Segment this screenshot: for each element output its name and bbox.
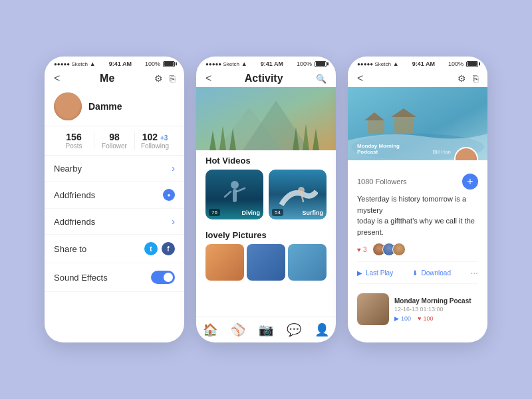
avatar: [54, 92, 82, 120]
podcast-heart-button[interactable]: ♥ 100: [418, 315, 433, 322]
search-icon-2[interactable]: 🔍: [316, 74, 327, 84]
picture-1[interactable]: [205, 244, 244, 281]
status-right-3: 100%: [448, 61, 478, 67]
follow-plus-button[interactable]: +: [462, 174, 478, 190]
podcast-heart-icon: ♥: [418, 315, 421, 322]
bottom-home-icon[interactable]: 🏠: [203, 323, 217, 337]
bottom-profile-icon[interactable]: 👤: [315, 323, 329, 337]
picture-2[interactable]: [247, 244, 285, 281]
sound-label: Sound Effects: [54, 273, 108, 283]
nav-bar-1: < Me ⚙ ⎘: [45, 70, 184, 88]
shareto-label: Share to: [54, 244, 86, 254]
status-right-1: 100%: [145, 61, 175, 67]
activity-hero: [196, 87, 336, 150]
status-time-2: 9:41 AM: [261, 61, 283, 67]
activity-title: Activity: [245, 72, 283, 84]
avatar-stack: [372, 243, 406, 256]
picture-3[interactable]: [288, 244, 327, 281]
podcast-play-button[interactable]: ▶ 100: [394, 315, 411, 322]
addfriends1-label: Addfriends: [54, 190, 95, 200]
follower-count: 98: [94, 132, 134, 142]
gear-icon-3[interactable]: ⚙: [458, 73, 466, 84]
followers-count: 1080 Followers: [357, 178, 407, 186]
svg-point-13: [298, 187, 305, 194]
posts-label: Posts: [54, 142, 94, 150]
hot-videos-title: Hot Videos: [196, 150, 336, 170]
download-icon: ⬇: [412, 269, 418, 277]
last-play-button[interactable]: ▶ Last Play: [357, 269, 393, 277]
hero-user-name: Bill Han: [432, 149, 451, 155]
back-button-2[interactable]: <: [205, 72, 211, 84]
battery-icon-2: [315, 61, 327, 67]
diver-svg: [221, 178, 248, 211]
play-icon: ▶: [357, 269, 362, 277]
menu-item-nearby[interactable]: Nearby ›: [45, 156, 184, 182]
nav-title-1: Me: [100, 72, 114, 84]
heart-count[interactable]: ♥ 3: [357, 246, 367, 253]
play-label: Last Play: [366, 269, 393, 277]
download-label: Download: [421, 269, 450, 277]
share-icon-3[interactable]: ⎘: [473, 73, 478, 84]
sound-toggle[interactable]: [151, 271, 175, 284]
status-time-1: 9:41 AM: [109, 61, 132, 67]
battery-icon-1: [163, 61, 175, 67]
menu-item-addfriends2[interactable]: Addfriends ›: [45, 209, 184, 235]
social-hero: Monday Morning Podcast Bill Han: [348, 87, 487, 160]
share-icon-1[interactable]: ⎘: [170, 73, 175, 84]
reactor-avatar-3: [392, 243, 406, 256]
status-carrier-2: ●●●●● Sketch ▲: [205, 61, 247, 67]
dive-label: Diving: [241, 209, 260, 216]
posts-count: 156: [54, 132, 94, 142]
status-bar-3: ●●●●● Sketch ▲ 9:41 AM 100%: [348, 57, 487, 70]
bottom-nav: 🏠 ⚾ 📷 💬 👤: [196, 317, 336, 342]
wifi-icon-2: ▲: [241, 61, 247, 67]
back-button-3[interactable]: <: [357, 72, 363, 84]
svg-line-11: [225, 192, 231, 197]
back-button-1[interactable]: <: [54, 72, 60, 84]
video-card-dive[interactable]: 76 Diving: [205, 170, 263, 219]
surfer-svg: [278, 178, 318, 211]
podcast-info: Monday Morning Pocast 12-16-13 01:13:00 …: [394, 297, 478, 322]
podcast-play-count: 100: [401, 315, 411, 322]
stat-following: 102 +3 Following: [134, 132, 175, 150]
video-card-surf[interactable]: 54 Surfing: [269, 170, 327, 219]
wifi-icon: ▲: [90, 61, 96, 67]
profile-section: Damme: [45, 88, 184, 126]
bottom-camera-icon[interactable]: 📷: [259, 323, 273, 337]
carrier-text: ●●●●● Sketch: [54, 61, 88, 67]
status-carrier-1: ●●●●● Sketch ▲: [54, 61, 96, 67]
battery-pct-3: 100%: [448, 61, 464, 67]
menu-item-addfriends1[interactable]: Addfriends ●: [45, 182, 184, 209]
menu-item-soundeffects[interactable]: Sound Effects: [45, 263, 184, 292]
addfriends2-label: Addfriends: [54, 217, 95, 227]
podcast-thumbnail: [357, 293, 389, 325]
stats-row: 156 Posts 98 Follower 102 +3 Following: [45, 126, 184, 156]
svg-line-12: [237, 188, 245, 192]
more-dots-icon[interactable]: ···: [470, 267, 478, 278]
bottom-activity-icon[interactable]: ⚾: [231, 323, 245, 337]
stat-follower: 98 Follower: [94, 132, 134, 150]
followers-row: 1080 Followers +: [357, 174, 478, 190]
surf-count: 54: [272, 209, 283, 216]
addfriends-badge: ●: [163, 189, 175, 201]
gear-icon-1[interactable]: ⚙: [154, 73, 163, 84]
addfriends2-arrow-icon: ›: [172, 216, 175, 227]
heart-icon: ♥: [357, 246, 361, 253]
status-right-2: 100%: [297, 61, 327, 67]
profile-name: Damme: [88, 101, 122, 112]
nav-bar-2: < Activity 🔍: [196, 70, 336, 87]
download-button[interactable]: ⬇ Download: [412, 269, 450, 277]
post-text: Yesterday is history tomorrow is a myste…: [357, 194, 478, 237]
phone-activity: ●●●●● Sketch ▲ 9:41 AM 100% < Activity 🔍: [196, 57, 336, 342]
battery-icon-3: [466, 61, 478, 67]
status-carrier-3: ●●●●● Sketch ▲: [357, 61, 399, 67]
surf-label: Surfing: [303, 209, 324, 216]
menu-item-shareto[interactable]: Share to t f: [45, 235, 184, 263]
nav-bar-3: < ⚙ ⎘: [348, 70, 487, 87]
bottom-chat-icon[interactable]: 💬: [287, 323, 301, 337]
carrier-text-3: ●●●●● Sketch: [357, 61, 391, 67]
following-plus: +3: [160, 134, 168, 142]
status-time-3: 9:41 AM: [412, 61, 435, 67]
reaction-row: ♥ 3: [357, 243, 478, 256]
avatar-image: [54, 92, 82, 120]
